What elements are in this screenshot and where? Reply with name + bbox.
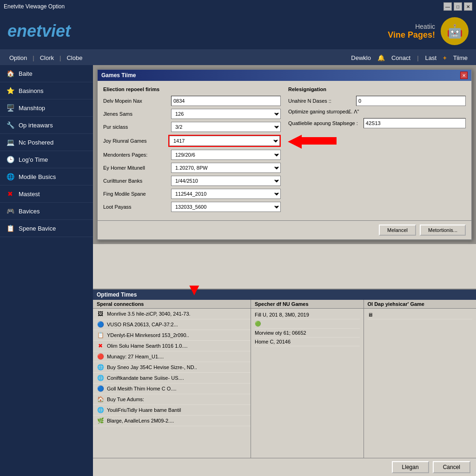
list-icon-5: 🌐 (97, 364, 104, 371)
list-item-5[interactable]: 🌐 Buy Sneo Jay 354C Hevise Sizre-, ND.. (93, 362, 251, 373)
menu-dewklo[interactable]: Dewklo (348, 53, 374, 63)
right-col-header-2: Ol Dap yiehsicar' Game (364, 300, 476, 309)
list-item-6[interactable]: 🌐 Coniftkandate bame Suiise- US.... (93, 373, 251, 383)
sidebar-item-baite[interactable]: 🏠 Baite (0, 65, 93, 82)
bottom-right-content-2: 🖥 (364, 309, 476, 321)
main-layout: 🏠 Baite ⭐ Basinons 🖥️ Manshtop 🔧 Op irte… (0, 65, 476, 476)
sidebar-item-op-irteawars[interactable]: 🔧 Op irteawars (0, 117, 93, 134)
sidebar-item-spene-bavice[interactable]: 📋 Spene Bavice (0, 220, 93, 237)
melancel-button[interactable]: Melancel (379, 225, 416, 236)
select-pursiclass[interactable]: 3/2 (171, 122, 281, 132)
select-joy-riunral[interactable]: 1417 (169, 136, 280, 146)
sidebar-item-modile-busics[interactable]: 🌐 Modile Busics (0, 168, 93, 185)
list-item-8[interactable]: 🏠 Buy Tue Adums: (93, 394, 251, 405)
mastest-icon: ✖ (6, 189, 15, 198)
menu-sep-2: | (60, 54, 61, 61)
maximize-button[interactable]: □ (454, 2, 462, 11)
menu-option[interactable]: Option (6, 53, 31, 63)
close-button[interactable]: ✕ (464, 2, 472, 11)
list-item-1[interactable]: 🔵 VUSO RSA 20613, CAP-37:2... (93, 319, 251, 330)
list-item-0[interactable]: 🖼 Monrlive 3.5 hile-ziCP, 3040, 241-73. (93, 309, 251, 319)
select-wrapper-mendonters: 129/20/6 (171, 150, 281, 160)
right-item-1: 🟢 (255, 319, 360, 329)
form-row-fing: Fing Modile Spane 112544_2010 (103, 189, 281, 199)
llegan-button[interactable]: Llegan (392, 461, 429, 473)
input-delv-mopein[interactable] (171, 96, 281, 106)
menu-clork[interactable]: Clork (36, 53, 58, 63)
basinons-icon: ⭐ (6, 86, 15, 95)
form-label-curilttner: Curilttuner Banks (103, 178, 168, 184)
form-label-pursiclass: Pur siclass (103, 124, 168, 130)
minimize-button[interactable]: — (443, 2, 452, 11)
list-icon-3: ✖ (97, 342, 104, 350)
list-item-4[interactable]: 🔴 Munagy: 27 Heam_U1.... (93, 351, 251, 362)
list-icon-7: 🔵 (97, 385, 104, 392)
list-item-7[interactable]: 🔵 Goll Mesith Thim Home C O.... (93, 383, 251, 394)
sidebar-item-basinons[interactable]: ⭐ Basinons (0, 82, 93, 99)
games-tiime-dialog: Games Tiime ✕ Eliection repoeel firims D… (97, 69, 472, 240)
form-label-delv: Delv Mopein Nax (103, 98, 168, 104)
form-label-unahire: Unahire N Dases :: (288, 98, 353, 104)
select-jlenes-sams[interactable]: 126 (171, 109, 281, 119)
dialog-close-button[interactable]: ✕ (460, 72, 468, 79)
logo-time-icon: 🕒 (6, 155, 15, 164)
select-fing-modile[interactable]: 112544_2010 (171, 189, 281, 199)
select-wrapper-joy: 1417 (168, 135, 281, 147)
menu-clobe[interactable]: Clobe (63, 53, 86, 63)
select-loot-payass[interactable]: 132033_5600 (171, 202, 281, 212)
mascot-icon: 🤖 (441, 17, 469, 45)
list-item-2[interactable]: 📋 YDenlyt-EH Minrkesord 153_2r090.. (93, 330, 251, 341)
input-quatlieblie[interactable] (364, 118, 466, 128)
bottom-panel: Optimed Times Speral connections 🖼 Monrl… (93, 289, 476, 476)
op-irteawars-icon: 🔧 (6, 120, 15, 130)
form-label-joy: Joy Riunral Games (103, 138, 168, 144)
right-item-2: Morview oty 61; 06652 (255, 329, 360, 337)
menu-conact[interactable]: Conact (389, 53, 413, 63)
list-item-9[interactable]: 🌐 YouliFriuTidly Huare bame Bantil (93, 405, 251, 416)
select-wrapper-jlenes: 126 (171, 109, 281, 119)
window-controls: — □ ✕ (443, 2, 472, 11)
sidebar-label-baite: Baite (19, 70, 33, 77)
list-item-3[interactable]: ✖ Olim Solu Hame Searth 1016 1.0.... (93, 341, 251, 351)
form-label-mendonters: Mendonters Pages: (103, 152, 168, 158)
promo-title: Heatiic (388, 23, 435, 30)
list-item-10[interactable]: 🌿 Blarge, AnalleLens 2M09-2.... (93, 416, 251, 426)
list-text-10: Blarge, AnalleLens 2M09-2.... (107, 418, 174, 423)
list-text-9: YouliFriuTidly Huare bame Bantil (107, 407, 181, 413)
sidebar-item-bavices[interactable]: 🎮 Bavices (0, 203, 93, 220)
right-item-0: Fill U, 201 8, 3M0, 2019 (255, 311, 360, 319)
app-header: enetviet Heatiic Vine Pages! 🤖 (0, 13, 476, 50)
menu-bar: Option | Clork | Clobe Dewklo 🔔 Conact |… (0, 50, 476, 65)
form-row-curilttner: Curilttuner Banks 1/44/2510 (103, 176, 281, 186)
sidebar-item-nc-poshered[interactable]: 💻 Nc Poshered (0, 134, 93, 151)
select-curilttner[interactable]: 1/44/2510 (171, 176, 281, 186)
cancel-button[interactable]: Cancel (433, 461, 470, 473)
sidebar-item-logo-time[interactable]: 🕒 Log'o Time (0, 151, 93, 168)
header-promo: Heatiic Vine Pages! (388, 23, 435, 40)
list-text-8: Buy Tue Adums: (107, 397, 144, 402)
sidebar-label-nc-poshered: Nc Poshered (19, 139, 53, 146)
form-label-jlenes: Jlenes Sams (103, 111, 168, 117)
red-arrow-right: ◀ (288, 131, 337, 151)
select-wrapper-loot: 132033_5600 (171, 202, 281, 212)
form-row-quatlieblie: Quatlieblie apoung Staplsege : (288, 118, 466, 128)
form-row-loot: Loot Payass 132033_5600 (103, 202, 281, 212)
menu-tiime[interactable]: Tiime (450, 53, 470, 63)
form-label-fing: Fing Modile Spane (103, 191, 168, 197)
menu-sep-1: | (33, 54, 34, 61)
list-text-0: Monrlive 3.5 hile-ziCP, 3040, 241-73. (107, 311, 191, 317)
form-row-ey-homer: Ey Homer Mitunell 1.20270, 8PW (103, 163, 281, 173)
select-ey-homer[interactable]: 1.20270, 8PW (171, 163, 281, 173)
sidebar-item-mastest[interactable]: ✖ Mastest (0, 185, 93, 203)
dialog-title: Games Tiime (101, 72, 136, 79)
dialog-titlebar: Games Tiime ✕ (98, 70, 471, 81)
form-row-pursiclass: Pur siclass 3/2 (103, 122, 281, 132)
sidebar-label-mastest: Mastest (19, 191, 40, 198)
select-mendonters[interactable]: 129/20/6 (171, 150, 281, 160)
menu-last[interactable]: Last (423, 53, 440, 63)
sidebar-item-manshtop[interactable]: 🖥️ Manshtop (0, 99, 93, 117)
metortionis-button[interactable]: Metortionis... (420, 225, 466, 236)
title-bar: Enetvite Viewage Option — □ ✕ (0, 0, 476, 13)
baite-icon: 🏠 (6, 69, 15, 78)
input-unahire[interactable] (356, 96, 466, 106)
